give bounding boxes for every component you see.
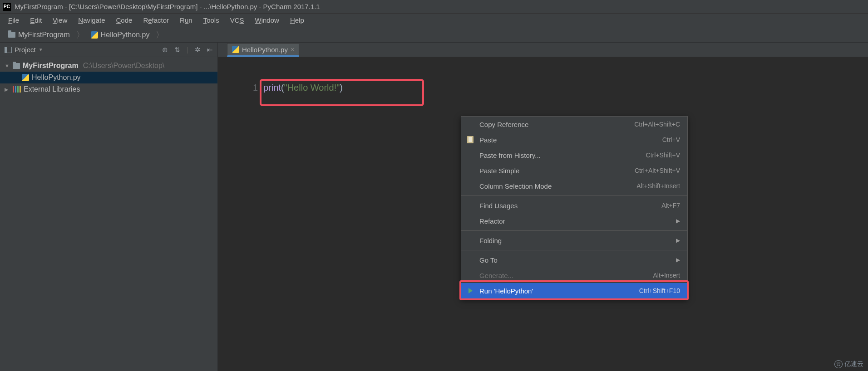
menu-shortcut: Ctrl+Shift+V: [646, 151, 680, 159]
project-sidebar: Project ▼ ⊕ ⇅ | ✲ ⇤ ▼ MyFirstProgram C:\…: [0, 43, 218, 371]
tree-label: MyFirstProgram: [23, 62, 79, 70]
editor-tabs: HelloPython.py ×: [218, 43, 868, 57]
menu-item-label: Paste from History...: [479, 151, 623, 159]
menu-code[interactable]: Code: [112, 15, 137, 26]
chevron-right-icon: ▶: [676, 257, 680, 263]
sidebar-header: Project ▼ ⊕ ⇅ | ✲ ⇤: [0, 43, 217, 57]
line-number: 1: [218, 81, 258, 94]
menu-run[interactable]: Run: [175, 15, 197, 26]
app-icon: PC: [3, 3, 11, 11]
expand-arrow-icon[interactable]: ▶: [5, 87, 10, 93]
menu-shortcut: Ctrl+Alt+Shift+C: [634, 121, 680, 128]
menu-help[interactable]: Help: [286, 15, 309, 26]
window-title: MyFirstProgram - [C:\Users\Power\Desktop…: [15, 3, 320, 10]
project-tree: ▼ MyFirstProgram C:\Users\Power\Desktop\…: [0, 57, 217, 98]
breadcrumb-item-project[interactable]: MyFirstProgram: [5, 29, 74, 41]
context-menu-item[interactable]: Copy ReferenceCtrl+Alt+Shift+C: [461, 117, 687, 132]
menu-item-label: Run 'HelloPython': [479, 287, 616, 295]
gear-icon[interactable]: ✲: [195, 46, 201, 54]
breadcrumb: MyFirstProgram 〉 HelloPython.py 〉: [0, 27, 868, 43]
context-menu-item[interactable]: Paste SimpleCtrl+Alt+Shift+V: [461, 163, 687, 178]
editor-tab[interactable]: HelloPython.py ×: [227, 43, 299, 57]
context-menu-item[interactable]: Find UsagesAlt+F7: [461, 198, 687, 213]
context-menu: Copy ReferenceCtrl+Alt+Shift+CPasteCtrl+…: [461, 116, 688, 299]
context-menu-item[interactable]: Refactor▶: [461, 213, 687, 229]
breadcrumb-label: MyFirstProgram: [18, 31, 70, 39]
tree-path: C:\Users\Power\Desktop\: [83, 62, 165, 70]
menu-item-label: Column Selection Mode: [479, 182, 614, 190]
menu-window[interactable]: Window: [251, 15, 284, 26]
chevron-right-icon: ▶: [676, 218, 680, 224]
menu-shortcut: Ctrl+V: [662, 136, 680, 143]
tree-external-libraries[interactable]: ▶ External Libraries: [0, 83, 217, 95]
menu-separator: [461, 195, 687, 196]
menu-separator: [461, 230, 687, 231]
menu-item-label: Go To: [479, 256, 671, 264]
context-menu-item[interactable]: PasteCtrl+V: [461, 132, 687, 147]
menu-shortcut: Alt+Insert: [653, 272, 680, 279]
play-icon: [466, 288, 475, 293]
context-menu-item[interactable]: Column Selection ModeAlt+Shift+Insert: [461, 178, 687, 194]
chevron-down-icon[interactable]: ▼: [39, 47, 43, 52]
menu-tools[interactable]: Tools: [199, 15, 224, 26]
context-menu-item[interactable]: Generate...Alt+Insert: [461, 268, 687, 283]
sidebar-toolbar: ⊕ ⇅ | ✲ ⇤: [162, 46, 213, 54]
library-icon: [13, 86, 21, 93]
menu-item-label: Copy Reference: [479, 121, 612, 128]
expand-arrow-icon[interactable]: ▼: [5, 63, 10, 68]
chevron-right-icon: ▶: [676, 237, 680, 244]
tree-label: External Libraries: [24, 85, 80, 93]
menu-edit[interactable]: Edit: [25, 15, 46, 26]
project-view-icon: [5, 47, 12, 53]
python-file-icon: [91, 31, 98, 39]
watermark-icon: 云: [834, 360, 843, 368]
context-menu-item[interactable]: Run 'HelloPython'Ctrl+Shift+F10: [461, 283, 687, 298]
locate-icon[interactable]: ⊕: [162, 46, 168, 54]
folder-icon: [13, 63, 20, 69]
close-icon[interactable]: ×: [291, 46, 294, 53]
tree-file[interactable]: HelloPython.py: [0, 72, 217, 83]
menu-item-label: Refactor: [479, 217, 671, 225]
menu-separator: [461, 250, 687, 250]
hide-icon[interactable]: ⇤: [207, 46, 213, 54]
breadcrumb-separator-icon: 〉: [155, 29, 165, 40]
line-gutter: 1: [218, 81, 263, 371]
menu-item-label: Find Usages: [479, 202, 639, 210]
menu-item-label: Folding: [479, 237, 671, 244]
main-area: Project ▼ ⊕ ⇅ | ✲ ⇤ ▼ MyFirstProgram C:\…: [0, 43, 868, 371]
menubar: FileEditViewNavigateCodeRefactorRunTools…: [0, 14, 868, 27]
sidebar-title[interactable]: Project: [15, 46, 36, 54]
folder-icon: [8, 32, 15, 38]
menu-item-label: Paste Simple: [479, 167, 612, 175]
tree-label: HelloPython.py: [32, 73, 81, 82]
code-line[interactable]: print("Hello World!"): [263, 81, 868, 94]
menu-item-label: Paste: [479, 136, 640, 144]
menu-item-label: Generate...: [479, 272, 630, 279]
menu-refactor[interactable]: Refactor: [138, 15, 173, 26]
watermark: 云 亿速云: [834, 360, 863, 368]
tree-root[interactable]: ▼ MyFirstProgram C:\Users\Power\Desktop\: [0, 60, 217, 72]
breadcrumb-label: HelloPython.py: [101, 31, 150, 39]
menu-shortcut: Alt+Shift+Insert: [636, 182, 680, 190]
collapse-icon[interactable]: ⇅: [174, 46, 180, 54]
breadcrumb-item-file[interactable]: HelloPython.py: [87, 29, 153, 41]
menu-navigate[interactable]: Navigate: [74, 15, 109, 26]
menu-vcs[interactable]: VCS: [226, 15, 249, 26]
paste-icon: [466, 136, 475, 143]
python-file-icon: [22, 74, 29, 81]
context-menu-item[interactable]: Paste from History...Ctrl+Shift+V: [461, 147, 687, 163]
menu-shortcut: Alt+F7: [661, 202, 680, 209]
python-file-icon: [232, 46, 239, 53]
menu-shortcut: Ctrl+Shift+F10: [639, 287, 680, 294]
breadcrumb-separator-icon: 〉: [75, 29, 85, 40]
menu-shortcut: Ctrl+Alt+Shift+V: [635, 167, 680, 174]
tab-label: HelloPython.py: [242, 46, 288, 54]
titlebar: PC MyFirstProgram - [C:\Users\Power\Desk…: [0, 0, 868, 14]
menu-file[interactable]: File: [4, 15, 24, 26]
context-menu-item[interactable]: Folding▶: [461, 233, 687, 248]
menu-view[interactable]: View: [48, 15, 72, 26]
context-menu-item[interactable]: Go To▶: [461, 252, 687, 268]
